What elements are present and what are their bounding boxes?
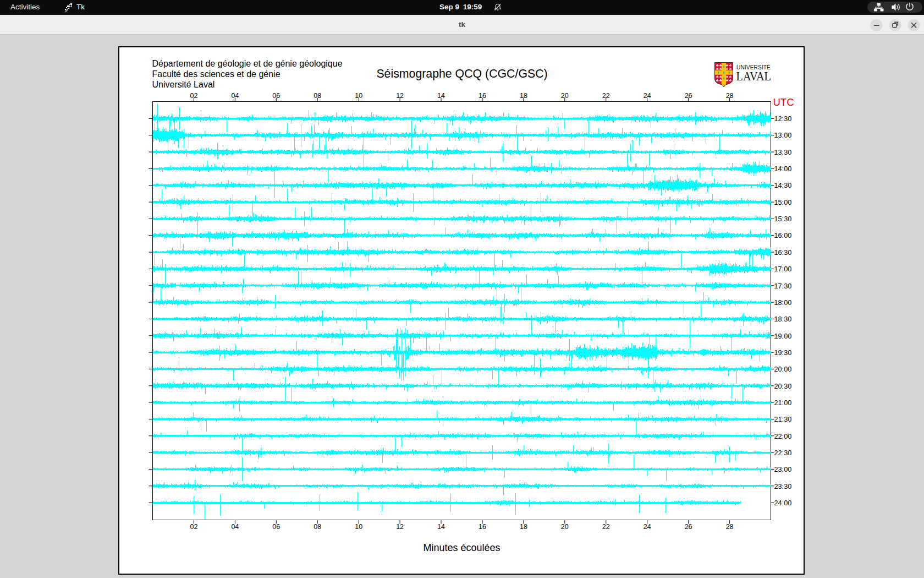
svg-text:19:30: 19:30 bbox=[774, 349, 792, 357]
svg-text:Département de géologie et de: Département de géologie et de génie géol… bbox=[152, 59, 343, 68]
svg-text:18:00: 18:00 bbox=[774, 299, 792, 307]
svg-text:08: 08 bbox=[314, 523, 321, 531]
svg-text:LAVAL: LAVAL bbox=[736, 69, 772, 83]
svg-text:20: 20 bbox=[561, 523, 569, 531]
svg-text:21:30: 21:30 bbox=[774, 416, 792, 423]
svg-text:18:30: 18:30 bbox=[774, 315, 792, 323]
svg-text:02: 02 bbox=[190, 523, 197, 531]
svg-text:23:30: 23:30 bbox=[774, 483, 792, 490]
svg-text:15:30: 15:30 bbox=[774, 215, 792, 223]
svg-text:04: 04 bbox=[231, 92, 239, 100]
svg-text:14: 14 bbox=[437, 92, 445, 100]
svg-text:12:30: 12:30 bbox=[774, 115, 792, 123]
svg-text:06: 06 bbox=[272, 92, 280, 100]
svg-text:16: 16 bbox=[479, 92, 486, 100]
svg-text:20: 20 bbox=[561, 92, 569, 100]
svg-text:12: 12 bbox=[396, 92, 404, 100]
svg-text:22:00: 22:00 bbox=[774, 433, 792, 440]
svg-text:26: 26 bbox=[685, 523, 692, 531]
svg-text:14:00: 14:00 bbox=[774, 165, 792, 173]
svg-text:16:00: 16:00 bbox=[774, 232, 792, 239]
svg-text:24: 24 bbox=[644, 523, 651, 531]
svg-text:23:00: 23:00 bbox=[774, 466, 792, 473]
svg-text:12: 12 bbox=[396, 523, 404, 531]
svg-text:24: 24 bbox=[644, 92, 651, 100]
svg-text:22: 22 bbox=[602, 523, 610, 531]
svg-text:14:30: 14:30 bbox=[774, 182, 792, 189]
svg-text:14: 14 bbox=[437, 523, 445, 531]
svg-text:22: 22 bbox=[602, 92, 610, 100]
svg-text:06: 06 bbox=[272, 523, 280, 531]
svg-text:Université Laval: Université Laval bbox=[152, 80, 215, 89]
svg-text:28: 28 bbox=[726, 523, 734, 531]
svg-text:17:30: 17:30 bbox=[774, 282, 792, 290]
svg-text:10: 10 bbox=[355, 523, 362, 531]
svg-text:Séismographe QCQ (CGC/GSC): Séismographe QCQ (CGC/GSC) bbox=[376, 67, 547, 80]
svg-text:21:00: 21:00 bbox=[774, 399, 792, 407]
svg-text:19:00: 19:00 bbox=[774, 332, 792, 340]
svg-text:04: 04 bbox=[231, 523, 239, 531]
svg-text:16: 16 bbox=[479, 523, 486, 531]
svg-text:22:30: 22:30 bbox=[774, 449, 792, 457]
svg-text:Faculté des sciences et de gén: Faculté des sciences et de génie bbox=[152, 69, 280, 79]
svg-text:02: 02 bbox=[190, 92, 197, 100]
svg-text:16:30: 16:30 bbox=[774, 249, 792, 257]
svg-text:15:00: 15:00 bbox=[774, 199, 792, 206]
svg-text:28: 28 bbox=[726, 92, 734, 100]
svg-text:24:00: 24:00 bbox=[774, 499, 792, 507]
svg-text:17:00: 17:00 bbox=[774, 265, 792, 273]
svg-text:13:00: 13:00 bbox=[774, 132, 792, 139]
svg-text:08: 08 bbox=[314, 92, 321, 100]
svg-text:UTC: UTC bbox=[773, 96, 794, 108]
svg-text:20:30: 20:30 bbox=[774, 383, 792, 390]
svg-text:13:30: 13:30 bbox=[774, 149, 792, 156]
svg-text:10: 10 bbox=[355, 92, 362, 100]
svg-text:Minutes écoulées: Minutes écoulées bbox=[423, 542, 500, 553]
svg-text:26: 26 bbox=[685, 92, 692, 100]
svg-text:20:00: 20:00 bbox=[774, 366, 792, 373]
svg-text:18: 18 bbox=[520, 92, 527, 100]
svg-text:18: 18 bbox=[520, 523, 527, 531]
